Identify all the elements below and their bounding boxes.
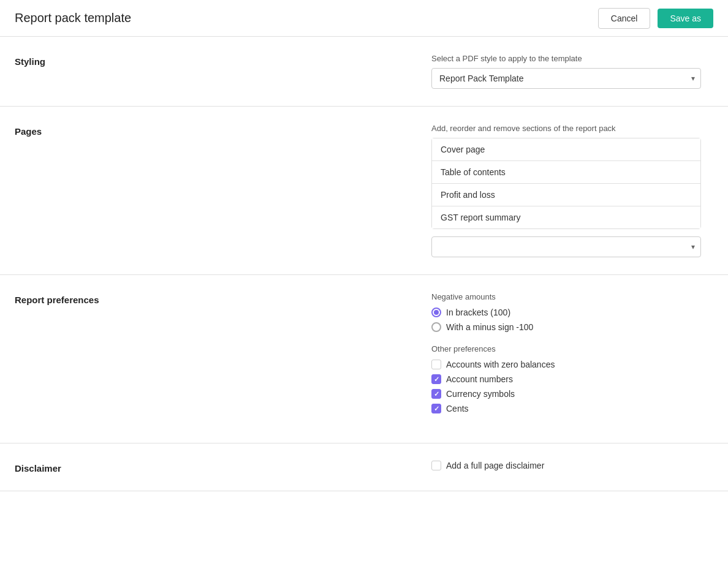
pages-list-label: Add, reorder and remove sections of the … [431,124,701,133]
styling-section: Styling Select a PDF style to apply to t… [0,37,728,107]
report-preferences-title: Report preferences [15,295,99,305]
checkbox-currency-symbols[interactable]: Currency symbols [431,389,555,399]
radio-minus-sign-input[interactable] [431,322,441,332]
radio-in-brackets-input[interactable] [431,308,441,317]
add-section-select[interactable] [431,236,701,257]
negative-amounts-subsection: Negative amounts In brackets (100) With [431,292,555,332]
checkbox-zero-balances[interactable]: Accounts with zero balances [431,360,555,369]
checkbox-zero-balances-label: Accounts with zero balances [446,360,555,369]
checkbox-cents-box[interactable] [431,404,441,413]
content-area: Styling Select a PDF style to apply to t… [0,37,728,566]
report-preferences-section: Report preferences Negative amounts In b… [0,275,728,443]
list-item[interactable]: Profit and loss [432,184,700,206]
add-section-select-wrapper: ▾ [431,236,701,257]
list-item[interactable]: GST report summary [432,206,700,228]
checkbox-disclaimer[interactable]: Add a full page disclaimer [431,461,544,470]
radio-minus-sign[interactable]: With a minus sign -100 [431,322,555,332]
pdf-style-select[interactable]: Report Pack Template Default Custom [431,68,701,89]
disclaimer-section: Disclaimer Add a full page disclaimer [0,443,728,491]
pages-left: Pages [15,124,223,137]
styling-select-label: Select a PDF style to apply to the templ… [431,54,701,63]
pages-list: Cover page Table of contents Profit and … [431,138,701,229]
report-preferences-inner: Negative amounts In brackets (100) With [431,292,555,426]
checkbox-cents[interactable]: Cents [431,404,555,413]
radio-minus-sign-label: With a minus sign -100 [446,322,533,332]
negative-amounts-radio-group: In brackets (100) With a minus sign -100 [431,308,555,332]
list-item[interactable]: Table of contents [432,161,700,184]
styling-row: Styling Select a PDF style to apply to t… [15,54,713,89]
list-item[interactable]: Cover page [432,138,700,161]
checkbox-account-numbers[interactable]: Account numbers [431,374,555,384]
report-preferences-left: Report preferences [15,292,223,305]
checkbox-disclaimer-box[interactable] [431,461,441,470]
pages-section: Pages Add, reorder and remove sections o… [0,107,728,275]
other-preferences-label: Other preferences [431,344,555,353]
header-actions: Cancel Save as [598,8,713,29]
checkbox-account-numbers-label: Account numbers [446,374,513,384]
page-wrapper: Report pack template Cancel Save as Styl… [0,0,728,566]
checkbox-currency-symbols-label: Currency symbols [446,389,515,399]
negative-amounts-label: Negative amounts [431,292,555,301]
styling-left: Styling [15,54,223,67]
report-preferences-row: Report preferences Negative amounts In b… [15,292,713,426]
checkbox-zero-balances-box[interactable] [431,360,441,369]
save-as-button[interactable]: Save as [658,9,713,28]
disclaimer-row: Disclaimer Add a full page disclaimer [15,461,713,474]
pages-inner: Add, reorder and remove sections of the … [431,124,701,257]
radio-dot [434,310,439,315]
radio-in-brackets[interactable]: In brackets (100) [431,308,555,317]
checkbox-cents-label: Cents [446,404,469,413]
disclaimer-inner: Add a full page disclaimer [431,461,544,470]
radio-in-brackets-label: In brackets (100) [446,308,510,317]
checkbox-disclaimer-label: Add a full page disclaimer [446,461,544,470]
styling-inner: Select a PDF style to apply to the templ… [431,54,701,89]
pages-row: Pages Add, reorder and remove sections o… [15,124,713,257]
cancel-button[interactable]: Cancel [598,8,651,29]
checkbox-account-numbers-box[interactable] [431,374,441,384]
pages-title: Pages [15,126,42,137]
other-preferences-checkbox-group: Accounts with zero balances Account numb… [431,360,555,413]
pdf-style-select-wrapper: Report Pack Template Default Custom ▾ [431,68,701,89]
styling-title: Styling [15,56,45,67]
disclaimer-left: Disclaimer [15,461,223,474]
checkbox-currency-symbols-box[interactable] [431,389,441,399]
other-preferences-subsection: Other preferences Accounts with zero bal… [431,344,555,413]
page-title: Report pack template [15,11,131,25]
disclaimer-title: Disclaimer [15,463,61,474]
header: Report pack template Cancel Save as [0,0,728,37]
